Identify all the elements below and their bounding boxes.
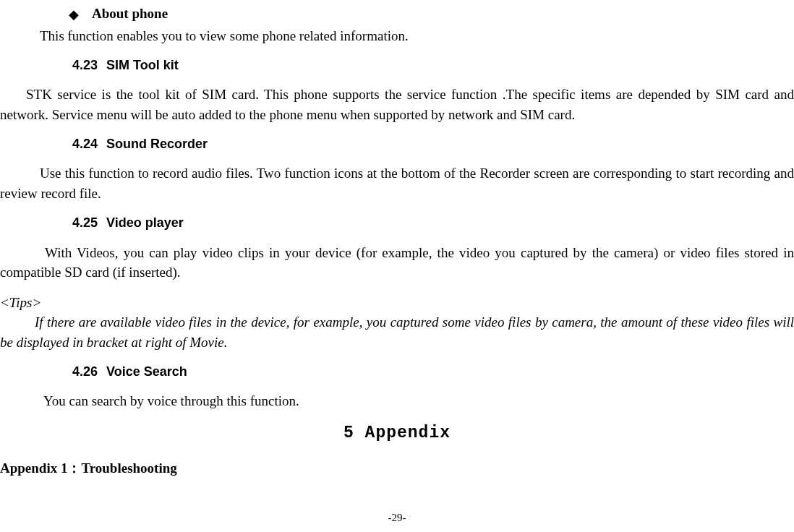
heading-title: SIM Tool kit [106, 58, 179, 72]
heading-voice-search: 4.26Voice Search [0, 362, 794, 381]
tips-body: If there are available video files in th… [0, 312, 794, 352]
appendix-title: 5 Appendix [0, 421, 794, 445]
bullet-label: About phone [92, 4, 168, 24]
heading-number: 4.24 [72, 137, 98, 151]
heading-number: 4.25 [72, 215, 98, 230]
about-phone-body: This function enables you to view some p… [0, 26, 794, 46]
heading-sim-tool-kit: 4.23SIM Tool kit [0, 56, 794, 74]
heading-sound-recorder: 4.24Sound Recorder [0, 134, 794, 153]
heading-title: Video player [106, 215, 184, 230]
heading-title: Voice Search [106, 364, 187, 379]
tips-label: <Tips> [0, 293, 794, 313]
video-player-body: With Videos, you can play video clips in… [0, 243, 794, 283]
appendix-subheading: Appendix 1：Troubleshooting [0, 458, 794, 479]
voice-search-body: You can search by voice through this fun… [0, 391, 794, 411]
page-number: -29- [0, 510, 794, 526]
sound-recorder-body: Use this function to record audio files.… [0, 163, 794, 203]
bullet-about-phone: ◆ About phone [0, 4, 794, 24]
sim-tool-kit-body: STK service is the tool kit of SIM card.… [0, 85, 794, 124]
diamond-bullet-icon: ◆ [69, 5, 79, 24]
heading-number: 4.26 [72, 364, 98, 379]
heading-title: Sound Recorder [106, 137, 208, 151]
heading-number: 4.23 [72, 58, 98, 72]
heading-video-player: 4.25Video player [0, 213, 794, 232]
